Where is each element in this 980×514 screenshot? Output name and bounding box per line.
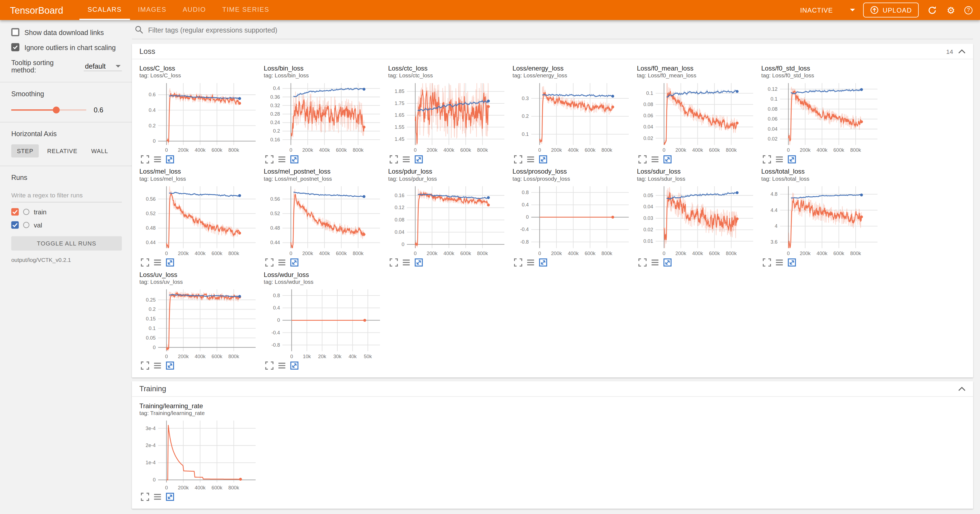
fit-domain-icon[interactable] [788, 258, 796, 267]
log-scale-toggle-icon[interactable] [402, 258, 411, 267]
log-scale-toggle-icon[interactable] [527, 258, 535, 267]
log-scale-toggle-icon[interactable] [527, 155, 535, 164]
run-solo-radio-train[interactable] [23, 208, 30, 215]
expand-chart-icon[interactable] [140, 492, 149, 501]
scalar-plot[interactable]: 3.644.44.80200k400k600k800k [761, 184, 881, 258]
expand-chart-icon[interactable] [265, 258, 274, 267]
tab-images[interactable]: IMAGES [130, 0, 175, 20]
section-header-training[interactable]: Training [132, 381, 973, 397]
axis-button-step[interactable]: STEP [11, 144, 39, 158]
fit-domain-icon[interactable] [663, 155, 672, 164]
section-header-loss[interactable]: Loss14 [132, 44, 973, 59]
expand-chart-icon[interactable] [265, 361, 274, 370]
collapse-section-icon[interactable] [958, 49, 966, 53]
smoothing-slider[interactable] [11, 109, 86, 111]
run-checkbox-val[interactable] [11, 221, 19, 229]
run-row-train[interactable]: train [11, 208, 122, 215]
scalar-plot[interactable]: 00.20.40.60200k400k600k800k [140, 81, 259, 154]
show-download-links-row[interactable]: Show data download links [11, 28, 122, 37]
expand-chart-icon[interactable] [514, 258, 523, 267]
expand-chart-icon[interactable] [514, 155, 523, 164]
chart-card-training-learning-rate: Training/learning_ratetag: Training/lear… [140, 402, 259, 501]
fit-domain-icon[interactable] [539, 258, 547, 267]
scalar-plot[interactable]: 0.010.020.030.040.050200k400k600k800k [637, 184, 757, 258]
scalar-plot[interactable]: 00.040.080.120.160200k400k600k800k [388, 184, 508, 258]
filter-tags-input[interactable] [148, 26, 973, 33]
fit-domain-icon[interactable] [663, 258, 672, 267]
expand-chart-icon[interactable] [265, 155, 274, 164]
fit-domain-icon[interactable] [166, 361, 175, 370]
log-scale-toggle-icon[interactable] [278, 155, 286, 164]
axis-button-relative[interactable]: RELATIVE [41, 144, 83, 158]
log-scale-toggle-icon[interactable] [153, 258, 162, 267]
scalar-plot[interactable]: 0.160.20.240.280.320.360.40200k400k600k8… [264, 81, 384, 154]
scalar-plot[interactable]: 0.10.20.30200k400k600k800k [512, 81, 632, 154]
expand-chart-icon[interactable] [638, 155, 647, 164]
scalar-plot[interactable]: 0.440.480.520.560200k400k600k800k [264, 184, 384, 258]
scalar-plot[interactable]: 0.020.040.060.080.10200k400k600k800k [637, 81, 757, 154]
svg-text:0.06: 0.06 [643, 113, 653, 118]
scalar-plot[interactable]: 1.451.551.651.751.850200k400k600k800k [388, 81, 508, 154]
runs-filter-input[interactable] [11, 189, 122, 202]
tab-scalars[interactable]: SCALARS [79, 0, 130, 20]
fit-domain-icon[interactable] [414, 258, 423, 267]
log-scale-toggle-icon[interactable] [153, 155, 162, 164]
expand-chart-icon[interactable] [638, 258, 647, 267]
log-scale-toggle-icon[interactable] [153, 492, 162, 501]
fit-domain-icon[interactable] [166, 258, 175, 267]
upload-button[interactable]: UPLOAD [863, 2, 919, 18]
fit-domain-icon[interactable] [290, 258, 299, 267]
log-scale-toggle-icon[interactable] [651, 258, 659, 267]
run-checkbox-train[interactable] [11, 208, 19, 215]
log-scale-toggle-icon[interactable] [775, 155, 784, 164]
help-icon[interactable]: ? [964, 6, 973, 14]
refresh-icon[interactable] [927, 5, 938, 15]
fit-domain-icon[interactable] [414, 155, 423, 164]
expand-chart-icon[interactable] [390, 155, 398, 164]
fit-domain-icon[interactable] [290, 155, 299, 164]
log-scale-toggle-icon[interactable] [651, 155, 659, 164]
scalar-plot[interactable]: 0.440.480.520.560200k400k600k800k [140, 184, 259, 258]
log-scale-toggle-icon[interactable] [278, 361, 286, 370]
log-scale-toggle-icon[interactable] [402, 155, 411, 164]
expand-chart-icon[interactable] [390, 258, 398, 267]
log-scale-toggle-icon[interactable] [153, 361, 162, 370]
run-solo-radio-val[interactable] [23, 222, 30, 228]
ignore-outliers-row[interactable]: Ignore outliers in chart scaling [11, 43, 122, 51]
fit-domain-icon[interactable] [788, 155, 796, 164]
tab-audio[interactable]: AUDIO [175, 0, 214, 20]
settings-sidebar: Show data download links Ignore outliers… [0, 20, 132, 263]
axis-button-wall[interactable]: WALL [86, 144, 114, 158]
smoothing-value: 0.6 [94, 107, 103, 114]
log-scale-toggle-icon[interactable] [775, 258, 784, 267]
expand-chart-icon[interactable] [140, 155, 149, 164]
svg-text:0: 0 [153, 477, 156, 482]
chart-tag: tag: Loss/f0_std_loss [761, 72, 881, 79]
toggle-all-runs-button[interactable]: TOGGLE ALL RUNS [11, 236, 122, 251]
expand-chart-icon[interactable] [763, 258, 772, 267]
tooltip-sort-select[interactable]: default [84, 62, 122, 71]
expand-chart-icon[interactable] [763, 155, 772, 164]
expand-chart-icon[interactable] [140, 258, 149, 267]
expand-chart-icon[interactable] [140, 361, 149, 370]
run-row-val[interactable]: val [11, 221, 122, 229]
fit-domain-icon[interactable] [166, 492, 175, 501]
show-download-checkbox[interactable] [11, 28, 19, 37]
tab-time-series[interactable]: TIME SERIES [214, 0, 278, 20]
scalar-plot[interactable]: -0.8-0.400.40.8010k20k30k40k50k [264, 287, 384, 361]
fit-domain-icon[interactable] [539, 155, 547, 164]
log-scale-toggle-icon[interactable] [278, 258, 286, 267]
scalar-plot[interactable]: 00.050.10.150.20.250200k400k600k800k [140, 287, 259, 361]
collapse-section-icon[interactable] [958, 387, 966, 391]
scalar-plot[interactable]: 01e-42e-43e-40200k400k600k800k [140, 418, 259, 492]
slider-thumb[interactable] [53, 107, 60, 113]
chart-title: Loss/mel_postnet_loss [264, 168, 384, 176]
scalar-plot[interactable]: 0.020.040.060.080.10.120200k400k600k800k [761, 81, 881, 154]
ignore-outliers-checkbox[interactable] [11, 43, 19, 51]
fit-domain-icon[interactable] [290, 361, 299, 370]
svg-text:0: 0 [290, 147, 292, 153]
scalar-plot[interactable]: -0.8-0.400.40.80200k400k600k800k [512, 184, 632, 258]
data-status-dropdown[interactable]: INACTIVE [800, 6, 855, 14]
settings-gear-icon[interactable]: ⚙ [945, 5, 956, 15]
fit-domain-icon[interactable] [166, 155, 175, 164]
